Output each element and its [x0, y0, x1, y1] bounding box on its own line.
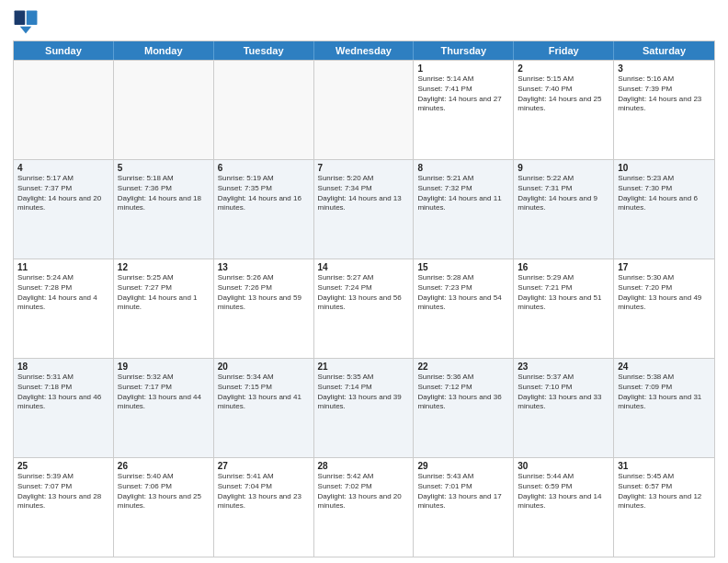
cal-day-8: 8Sunrise: 5:21 AMSunset: 7:32 PMDaylight… [414, 160, 514, 259]
day-info: Sunrise: 5:41 AMSunset: 7:04 PMDaylight:… [218, 472, 310, 511]
day-number: 5 [118, 163, 210, 173]
cal-header-tuesday: Tuesday [214, 41, 314, 60]
cal-day-11: 11Sunrise: 5:24 AMSunset: 7:28 PMDayligh… [14, 259, 114, 358]
day-number: 21 [318, 362, 410, 372]
cal-day-empty-0-3 [314, 61, 415, 159]
cal-day-empty-0-1 [114, 61, 214, 159]
day-info: Sunrise: 5:43 AMSunset: 7:01 PMDaylight:… [417, 472, 509, 511]
day-number: 1 [417, 63, 509, 74]
day-info: Sunrise: 5:31 AMSunset: 7:18 PMDaylight:… [17, 373, 109, 412]
day-number: 12 [118, 262, 210, 272]
cal-day-22: 22Sunrise: 5:36 AMSunset: 7:12 PMDayligh… [414, 359, 514, 457]
day-info: Sunrise: 5:22 AMSunset: 7:31 PMDaylight:… [518, 174, 609, 213]
day-info: Sunrise: 5:19 AMSunset: 7:35 PMDaylight:… [218, 174, 310, 213]
day-number: 6 [218, 163, 310, 173]
cal-day-29: 29Sunrise: 5:43 AMSunset: 7:01 PMDayligh… [414, 458, 514, 557]
cal-day-4: 4Sunrise: 5:17 AMSunset: 7:37 PMDaylight… [14, 160, 114, 259]
cal-week-1: 1Sunrise: 5:14 AMSunset: 7:41 PMDaylight… [14, 60, 714, 159]
cal-day-31: 31Sunrise: 5:45 AMSunset: 6:57 PMDayligh… [614, 458, 714, 557]
day-info: Sunrise: 5:15 AMSunset: 7:40 PMDaylight:… [518, 75, 609, 114]
day-info: Sunrise: 5:28 AMSunset: 7:23 PMDaylight:… [417, 273, 509, 313]
cal-day-12: 12Sunrise: 5:25 AMSunset: 7:27 PMDayligh… [114, 259, 214, 358]
day-info: Sunrise: 5:36 AMSunset: 7:12 PMDaylight:… [417, 373, 509, 412]
day-number: 29 [417, 461, 509, 471]
day-number: 28 [318, 461, 410, 471]
cal-day-30: 30Sunrise: 5:44 AMSunset: 6:59 PMDayligh… [514, 458, 614, 557]
day-info: Sunrise: 5:38 AMSunset: 7:09 PMDaylight:… [618, 373, 711, 412]
cal-day-15: 15Sunrise: 5:28 AMSunset: 7:23 PMDayligh… [414, 259, 514, 358]
cal-week-4: 18Sunrise: 5:31 AMSunset: 7:18 PMDayligh… [14, 358, 714, 457]
day-number: 16 [518, 262, 609, 272]
day-info: Sunrise: 5:16 AMSunset: 7:39 PMDaylight:… [618, 75, 711, 114]
day-info: Sunrise: 5:32 AMSunset: 7:17 PMDaylight:… [118, 373, 210, 412]
cal-day-28: 28Sunrise: 5:42 AMSunset: 7:02 PMDayligh… [314, 458, 415, 557]
cal-header-monday: Monday [114, 41, 214, 60]
day-info: Sunrise: 5:42 AMSunset: 7:02 PMDaylight:… [318, 472, 410, 511]
cal-day-5: 5Sunrise: 5:18 AMSunset: 7:36 PMDaylight… [114, 160, 214, 259]
cal-day-3: 3Sunrise: 5:16 AMSunset: 7:39 PMDaylight… [614, 61, 714, 159]
day-info: Sunrise: 5:27 AMSunset: 7:24 PMDaylight:… [318, 273, 410, 313]
logo-area [13, 9, 40, 35]
day-info: Sunrise: 5:24 AMSunset: 7:28 PMDaylight:… [17, 273, 109, 313]
day-number: 14 [318, 262, 410, 272]
day-info: Sunrise: 5:45 AMSunset: 6:57 PMDaylight:… [618, 472, 711, 511]
day-number: 11 [17, 262, 109, 272]
cal-day-1: 1Sunrise: 5:14 AMSunset: 7:41 PMDaylight… [414, 61, 514, 159]
cal-header-thursday: Thursday [414, 41, 514, 60]
day-info: Sunrise: 5:44 AMSunset: 6:59 PMDaylight:… [518, 472, 609, 511]
day-info: Sunrise: 5:23 AMSunset: 7:30 PMDaylight:… [618, 174, 711, 213]
cal-day-27: 27Sunrise: 5:41 AMSunset: 7:04 PMDayligh… [214, 458, 314, 557]
day-info: Sunrise: 5:26 AMSunset: 7:26 PMDaylight:… [218, 273, 310, 313]
cal-header-wednesday: Wednesday [314, 41, 415, 60]
day-info: Sunrise: 5:34 AMSunset: 7:15 PMDaylight:… [218, 373, 310, 412]
calendar: SundayMondayTuesdayWednesdayThursdayFrid… [13, 40, 715, 557]
cal-day-13: 13Sunrise: 5:26 AMSunset: 7:26 PMDayligh… [214, 259, 314, 358]
cal-day-7: 7Sunrise: 5:20 AMSunset: 7:34 PMDaylight… [314, 160, 415, 259]
cal-day-6: 6Sunrise: 5:19 AMSunset: 7:35 PMDaylight… [214, 160, 314, 259]
day-info: Sunrise: 5:25 AMSunset: 7:27 PMDaylight:… [118, 273, 210, 313]
day-info: Sunrise: 5:35 AMSunset: 7:14 PMDaylight:… [318, 373, 410, 412]
day-info: Sunrise: 5:39 AMSunset: 7:07 PMDaylight:… [17, 472, 109, 511]
day-number: 18 [17, 362, 109, 372]
cal-day-21: 21Sunrise: 5:35 AMSunset: 7:14 PMDayligh… [314, 359, 415, 457]
day-number: 25 [17, 461, 109, 471]
day-number: 8 [417, 163, 509, 173]
cal-day-10: 10Sunrise: 5:23 AMSunset: 7:30 PMDayligh… [614, 160, 714, 259]
day-info: Sunrise: 5:20 AMSunset: 7:34 PMDaylight:… [318, 174, 410, 213]
cal-header-sunday: Sunday [14, 41, 114, 60]
day-number: 22 [417, 362, 509, 372]
cal-day-19: 19Sunrise: 5:32 AMSunset: 7:17 PMDayligh… [114, 359, 214, 457]
day-number: 7 [318, 163, 410, 173]
cal-day-23: 23Sunrise: 5:37 AMSunset: 7:10 PMDayligh… [514, 359, 614, 457]
cal-day-25: 25Sunrise: 5:39 AMSunset: 7:07 PMDayligh… [14, 458, 114, 557]
day-number: 9 [518, 163, 609, 173]
day-info: Sunrise: 5:37 AMSunset: 7:10 PMDaylight:… [518, 373, 609, 412]
day-info: Sunrise: 5:18 AMSunset: 7:36 PMDaylight:… [118, 174, 210, 213]
day-number: 3 [618, 63, 711, 74]
cal-day-24: 24Sunrise: 5:38 AMSunset: 7:09 PMDayligh… [614, 359, 714, 457]
cal-day-2: 2Sunrise: 5:15 AMSunset: 7:40 PMDaylight… [514, 61, 614, 159]
cal-day-17: 17Sunrise: 5:30 AMSunset: 7:20 PMDayligh… [614, 259, 714, 358]
day-number: 2 [518, 63, 609, 74]
calendar-header-row: SundayMondayTuesdayWednesdayThursdayFrid… [14, 41, 714, 60]
day-info: Sunrise: 5:29 AMSunset: 7:21 PMDaylight:… [518, 273, 609, 313]
cal-header-friday: Friday [514, 41, 614, 60]
logo-icon [13, 9, 39, 35]
day-number: 30 [518, 461, 609, 471]
svg-rect-1 [15, 11, 26, 26]
cal-week-5: 25Sunrise: 5:39 AMSunset: 7:07 PMDayligh… [14, 457, 714, 557]
cal-day-14: 14Sunrise: 5:27 AMSunset: 7:24 PMDayligh… [314, 259, 415, 358]
cal-day-20: 20Sunrise: 5:34 AMSunset: 7:15 PMDayligh… [214, 359, 314, 457]
day-number: 10 [618, 163, 711, 173]
day-number: 27 [218, 461, 310, 471]
day-info: Sunrise: 5:30 AMSunset: 7:20 PMDaylight:… [618, 273, 711, 313]
cal-day-18: 18Sunrise: 5:31 AMSunset: 7:18 PMDayligh… [14, 359, 114, 457]
cal-week-3: 11Sunrise: 5:24 AMSunset: 7:28 PMDayligh… [14, 259, 714, 358]
cal-header-saturday: Saturday [614, 41, 714, 60]
cal-day-empty-0-0 [14, 61, 114, 159]
cal-day-9: 9Sunrise: 5:22 AMSunset: 7:31 PMDaylight… [514, 160, 614, 259]
header [13, 9, 715, 35]
day-number: 31 [618, 461, 711, 471]
cal-day-26: 26Sunrise: 5:40 AMSunset: 7:06 PMDayligh… [114, 458, 214, 557]
day-number: 4 [17, 163, 109, 173]
